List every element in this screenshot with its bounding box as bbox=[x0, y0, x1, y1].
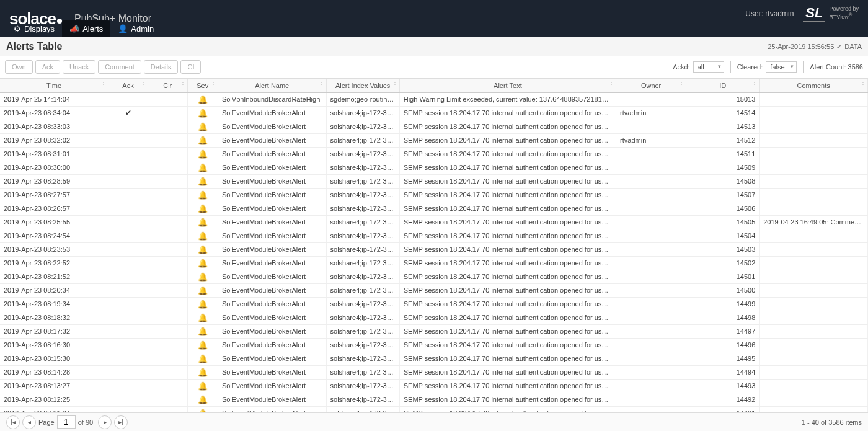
items-label: 1 - 40 of 3586 items bbox=[802, 419, 862, 426]
col-header-id[interactable]: ID⋮ bbox=[686, 79, 760, 92]
alerts-table: Time⋮Ack⋮Clr⋮Sev⋮Alert Name⋮Alert Index … bbox=[0, 79, 868, 418]
table-row[interactable]: 2019-Apr-23 08:18:32🔔SolEventModuleBroke… bbox=[0, 311, 868, 324]
ci-button[interactable]: CI bbox=[180, 60, 201, 74]
pager: |◂ ◂ Page of 90 ▸ ▸| 1 - 40 of 3586 item… bbox=[0, 412, 868, 431]
last-page-button[interactable]: ▸| bbox=[114, 415, 128, 429]
nav-displays-label: Displays bbox=[24, 24, 55, 33]
table-container[interactable]: Time⋮Ack⋮Clr⋮Sev⋮Alert Name⋮Alert Index … bbox=[0, 78, 868, 418]
top-bar: solace PubSub+ Monitor ⚙Displays 📣Alerts… bbox=[0, 0, 868, 37]
nav-admin-label: Admin bbox=[131, 24, 154, 33]
bell-icon: 🔔 bbox=[187, 283, 218, 297]
prev-page-button[interactable]: ◂ bbox=[22, 415, 36, 429]
table-row[interactable]: 2019-Apr-23 08:28:59🔔SolEventModuleBroke… bbox=[0, 174, 868, 188]
table-row[interactable]: 2019-Apr-23 08:33:03🔔SolEventModuleBroke… bbox=[0, 120, 868, 133]
table-row[interactable]: 2019-Apr-23 08:23:53🔔SolEventModuleBroke… bbox=[0, 242, 868, 256]
col-header-alert-index-values[interactable]: Alert Index Values⋮ bbox=[326, 79, 399, 92]
col-header-alert-name[interactable]: Alert Name⋮ bbox=[218, 79, 326, 92]
ackd-label: Ackd: bbox=[673, 63, 690, 71]
table-row[interactable]: 2019-Apr-23 08:19:34🔔SolEventModuleBroke… bbox=[0, 297, 868, 311]
page-label: Page bbox=[38, 419, 55, 426]
bell-icon: 🔔 bbox=[187, 174, 218, 188]
user-icon: 👤 bbox=[118, 24, 128, 33]
col-header-comments[interactable]: Comments⋮ bbox=[760, 79, 868, 92]
col-header-alert-text[interactable]: Alert Text⋮ bbox=[399, 79, 616, 92]
bell-icon: 🔔 bbox=[187, 393, 218, 406]
toolbar: Own Ack Unack Comment Details CI Ackd: a… bbox=[0, 56, 868, 78]
nav-admin[interactable]: 👤Admin bbox=[110, 20, 161, 37]
timestamp: 25-Apr-2019 15:56:55 ✔ DATA bbox=[768, 43, 862, 51]
col-header-clr[interactable]: Clr⋮ bbox=[148, 79, 187, 92]
table-row[interactable]: 2019-Apr-23 08:31:01🔔SolEventModuleBroke… bbox=[0, 147, 868, 161]
table-row[interactable]: 2019-Apr-23 08:20:34🔔SolEventModuleBroke… bbox=[0, 283, 868, 297]
bell-icon: 🔔 bbox=[187, 352, 218, 365]
table-row[interactable]: 2019-Apr-25 14:14:04🔔SolVpnInboundDiscar… bbox=[0, 92, 868, 106]
cleared-select[interactable]: false bbox=[766, 61, 797, 73]
details-button[interactable]: Details bbox=[144, 60, 179, 74]
bell-icon: 🔔 bbox=[187, 188, 218, 202]
table-row[interactable]: 2019-Apr-23 08:13:27🔔SolEventModuleBroke… bbox=[0, 379, 868, 393]
main-nav: ⚙Displays 📣Alerts 👤Admin bbox=[6, 20, 161, 37]
table-row[interactable]: 2019-Apr-23 08:17:32🔔SolEventModuleBroke… bbox=[0, 324, 868, 338]
table-row[interactable]: 2019-Apr-23 08:34:04✔🔔SolEventModuleBrok… bbox=[0, 106, 868, 120]
cleared-label: Cleared: bbox=[737, 63, 763, 71]
bell-icon: 🔔 bbox=[187, 242, 218, 256]
table-row[interactable]: 2019-Apr-23 08:24:54🔔SolEventModuleBroke… bbox=[0, 229, 868, 242]
col-header-ack[interactable]: Ack⋮ bbox=[108, 79, 148, 92]
user-area: User: rtvadmin SL Powered byRTView® bbox=[745, 5, 859, 22]
ack-button[interactable]: Ack bbox=[35, 60, 60, 74]
page-title: Alerts Table bbox=[6, 41, 62, 52]
bell-icon: 🔔 bbox=[187, 270, 218, 283]
table-body: 2019-Apr-25 14:14:04🔔SolVpnInboundDiscar… bbox=[0, 92, 868, 418]
nav-alerts-label: Alerts bbox=[82, 24, 103, 33]
bell-icon: 🔔 bbox=[187, 92, 218, 106]
filter-group: Ackd: all Cleared: false Alert Count: 35… bbox=[673, 61, 863, 73]
megaphone-icon: 📣 bbox=[69, 24, 79, 33]
bell-icon: 🔔 bbox=[187, 338, 218, 352]
sub-header: Alerts Table 25-Apr-2019 15:56:55 ✔ DATA bbox=[0, 37, 868, 56]
ackd-select[interactable]: all bbox=[693, 61, 724, 73]
nav-alerts[interactable]: 📣Alerts bbox=[62, 20, 110, 37]
table-row[interactable]: 2019-Apr-23 08:21:52🔔SolEventModuleBroke… bbox=[0, 270, 868, 283]
table-row[interactable]: 2019-Apr-23 08:32:02🔔SolEventModuleBroke… bbox=[0, 133, 868, 147]
table-row[interactable]: 2019-Apr-23 08:26:57🔔SolEventModuleBroke… bbox=[0, 202, 868, 215]
table-row[interactable]: 2019-Apr-23 08:14:28🔔SolEventModuleBroke… bbox=[0, 365, 868, 379]
gear-icon: ⚙ bbox=[14, 24, 21, 33]
next-page-button[interactable]: ▸ bbox=[98, 415, 112, 429]
bell-icon: 🔔 bbox=[187, 147, 218, 161]
table-row[interactable]: 2019-Apr-23 08:27:57🔔SolEventModuleBroke… bbox=[0, 188, 868, 202]
bell-icon: 🔔 bbox=[187, 324, 218, 338]
first-page-button[interactable]: |◂ bbox=[6, 415, 20, 429]
table-row[interactable]: 2019-Apr-23 08:22:52🔔SolEventModuleBroke… bbox=[0, 256, 868, 270]
table-row[interactable]: 2019-Apr-23 08:12:25🔔SolEventModuleBroke… bbox=[0, 393, 868, 406]
table-row[interactable]: 2019-Apr-23 08:25:55🔔SolEventModuleBroke… bbox=[0, 215, 868, 229]
alert-count: Alert Count: 3586 bbox=[810, 63, 863, 71]
bell-icon: 🔔 bbox=[187, 106, 218, 120]
comment-button[interactable]: Comment bbox=[98, 60, 141, 74]
bell-icon: 🔔 bbox=[187, 297, 218, 311]
bell-icon: 🔔 bbox=[187, 215, 218, 229]
bell-icon: 🔔 bbox=[187, 379, 218, 393]
bell-icon: 🔔 bbox=[187, 365, 218, 379]
action-buttons: Own Ack Unack Comment Details CI bbox=[5, 60, 201, 74]
bell-icon: 🔔 bbox=[187, 120, 218, 133]
bell-icon: 🔔 bbox=[187, 202, 218, 215]
bell-icon: 🔔 bbox=[187, 256, 218, 270]
bell-icon: 🔔 bbox=[187, 311, 218, 324]
page-input[interactable] bbox=[57, 415, 76, 429]
col-header-time[interactable]: Time⋮ bbox=[0, 79, 108, 92]
col-header-sev[interactable]: Sev⋮ bbox=[187, 79, 218, 92]
table-row[interactable]: 2019-Apr-23 08:30:00🔔SolEventModuleBroke… bbox=[0, 161, 868, 174]
table-row[interactable]: 2019-Apr-23 08:16:30🔔SolEventModuleBroke… bbox=[0, 338, 868, 352]
table-header-row: Time⋮Ack⋮Clr⋮Sev⋮Alert Name⋮Alert Index … bbox=[0, 79, 868, 92]
bell-icon: 🔔 bbox=[187, 133, 218, 147]
powered-by: Powered byRTView® bbox=[829, 6, 859, 20]
table-row[interactable]: 2019-Apr-23 08:15:30🔔SolEventModuleBroke… bbox=[0, 352, 868, 365]
of-label: of 90 bbox=[78, 419, 93, 426]
nav-displays[interactable]: ⚙Displays bbox=[6, 20, 62, 37]
own-button[interactable]: Own bbox=[5, 60, 33, 74]
col-header-owner[interactable]: Owner⋮ bbox=[616, 79, 686, 92]
bell-icon: 🔔 bbox=[187, 229, 218, 242]
divider bbox=[803, 61, 804, 73]
unack-button[interactable]: Unack bbox=[63, 60, 95, 74]
sl-logo: SL bbox=[803, 5, 825, 22]
